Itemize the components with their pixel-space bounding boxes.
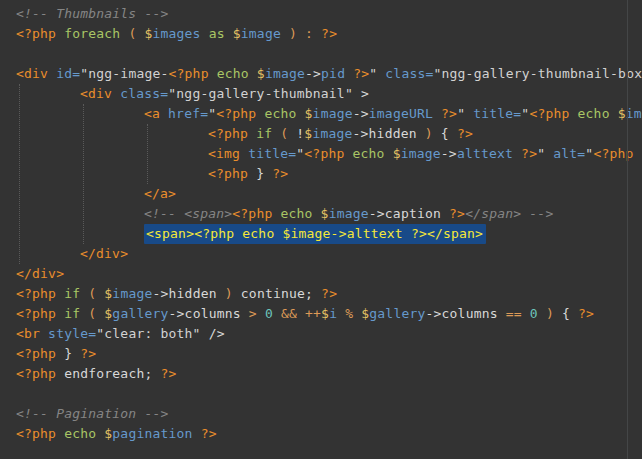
code-line[interactable]: [16, 444, 642, 459]
code-token: ==: [506, 306, 530, 321]
code-token: ): [225, 286, 241, 301]
code-line[interactable]: <?php if ( $image->hidden ) continue; ?>: [16, 284, 642, 304]
comment-token: <!-- Pagination -->: [16, 406, 169, 421]
code-token: [513, 146, 521, 161]
code-token: continue;: [241, 286, 321, 301]
code-token: ": [537, 146, 553, 161]
code-token: columns: [185, 306, 249, 321]
code-token: echo: [217, 66, 257, 81]
code-token: image: [401, 146, 441, 161]
code-token: $: [305, 106, 313, 121]
code-token: [345, 66, 353, 81]
code-token: [538, 306, 546, 321]
code-token: [193, 426, 201, 441]
code-area[interactable]: <!-- Thumbnails --><?php foreach ( $imag…: [16, 4, 642, 459]
code-line[interactable]: <br style="clear: both" />: [16, 324, 642, 344]
code-token: [273, 306, 281, 321]
code-line[interactable]: <img title="<?php echo $image->alttext ?…: [16, 144, 642, 164]
code-token: <?php: [16, 426, 64, 441]
code-token: image: [241, 26, 281, 41]
code-line[interactable]: <span><?php echo $image->alttext ?></spa…: [16, 224, 642, 244]
code-token: ): [425, 126, 441, 141]
code-token: ?>: [321, 286, 337, 301]
code-token: title=: [248, 146, 296, 161]
code-token: pid: [321, 66, 345, 81]
code-line[interactable]: </div>: [16, 264, 642, 284]
code-token: ->: [353, 126, 369, 141]
code-token: class=: [385, 66, 433, 81]
code-token: alt=: [553, 146, 585, 161]
code-line[interactable]: <a href="<?php echo $image->imageURL ?>"…: [16, 104, 642, 124]
code-token: <?php: [16, 26, 64, 41]
code-token: }: [64, 346, 80, 361]
code-token: <?php: [169, 66, 217, 81]
code-token: alttext: [457, 146, 513, 161]
code-token: images: [152, 26, 200, 41]
code-token: [441, 206, 449, 221]
code-line[interactable]: <?php endforeach; ?>: [16, 364, 642, 384]
code-token: [281, 26, 289, 41]
code-token: <?php: [216, 106, 264, 121]
code-token: ": [457, 106, 473, 121]
code-editor[interactable]: <!-- Thumbnails --><?php foreach ( $imag…: [0, 0, 642, 459]
code-token: if: [64, 306, 88, 321]
code-token: ->: [305, 66, 321, 81]
code-token: foreach: [64, 26, 128, 41]
code-line[interactable]: [16, 384, 642, 404]
code-line[interactable]: <!-- <span><?php echo $image->caption ?>…: [16, 204, 642, 224]
code-token: 0: [530, 306, 538, 321]
code-token: $: [393, 146, 401, 161]
code-token: ->: [441, 146, 457, 161]
code-line[interactable]: <?php if ( $gallery->columns > 0 && ++$i…: [16, 304, 642, 324]
code-token: endforeach;: [64, 366, 160, 381]
comment-token: <!-- Thumbnails -->: [16, 6, 169, 21]
code-token: ?>: [201, 426, 217, 441]
code-token: image: [329, 206, 369, 221]
code-token: [417, 126, 425, 141]
code-token: $: [618, 106, 626, 121]
code-token: <?php: [16, 306, 64, 321]
code-token: pagination: [112, 426, 192, 441]
code-token: ?>: [161, 366, 177, 381]
code-line[interactable]: <?php foreach ( $images as $image ) : ?>: [16, 24, 642, 44]
comment-token: <!-- <span>: [144, 206, 232, 221]
code-token: as: [209, 26, 233, 41]
code-token: gallery: [369, 306, 425, 321]
code-token: href=: [168, 106, 208, 121]
code-line[interactable]: <?php echo $pagination ?>: [16, 424, 642, 444]
code-token: columns: [442, 306, 506, 321]
code-token: :: [305, 26, 321, 41]
code-token: <br: [16, 326, 48, 341]
code-line[interactable]: <?php if ( !$image->hidden ) { ?>: [16, 124, 642, 144]
code-line[interactable]: <?php } ?>: [16, 164, 642, 184]
code-line[interactable]: </div>: [16, 244, 642, 264]
code-token: "ngg-gallery-thumbnail-box: [434, 66, 642, 81]
code-token: hidden: [169, 286, 217, 301]
code-line[interactable]: [16, 44, 642, 64]
code-token: ?>: [80, 346, 96, 361]
code-token: image: [265, 66, 305, 81]
highlighted-token: <span><?php echo $image->alttext ?></spa…: [144, 224, 486, 244]
code-token: }: [256, 166, 272, 181]
code-token: "ngg-image-: [80, 66, 168, 81]
code-token: style=: [48, 326, 96, 341]
code-token: <img: [208, 146, 248, 161]
code-token: <?php: [232, 206, 280, 221]
code-line[interactable]: <div class="ngg-gallery-thumbnail" >: [16, 84, 642, 104]
code-token: ?>: [521, 146, 537, 161]
code-line[interactable]: </a>: [16, 184, 642, 204]
code-token: ": [369, 66, 385, 81]
code-token: <div: [16, 66, 56, 81]
code-line[interactable]: <?php } ?>: [16, 344, 642, 364]
code-token: <?php: [208, 126, 256, 141]
code-token: >: [353, 86, 369, 101]
code-line[interactable]: <!-- Thumbnails -->: [16, 4, 642, 24]
code-token: $: [233, 26, 241, 41]
code-line[interactable]: <div id="ngg-image-<?php echo $image->pi…: [16, 64, 642, 84]
code-token: ): [546, 306, 562, 321]
code-line[interactable]: <!-- Pagination -->: [16, 404, 642, 424]
code-token: echo: [353, 146, 393, 161]
code-token: echo: [280, 206, 320, 221]
code-token: image: [112, 286, 152, 301]
code-token: "clear: both": [96, 326, 200, 341]
